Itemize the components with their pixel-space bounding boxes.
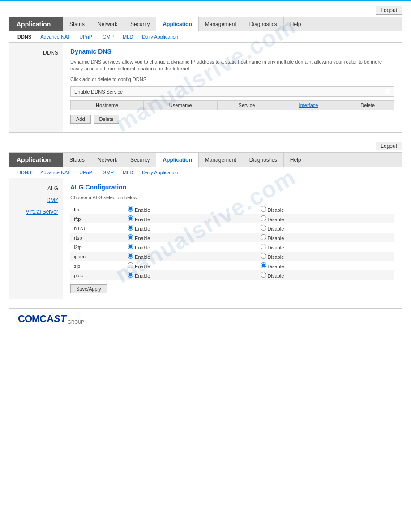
alg-enable-label: Enable	[133, 254, 150, 260]
subnav-igmp-2[interactable]: IGMP	[97, 168, 118, 177]
alg-enable-radio[interactable]	[128, 234, 133, 240]
alg-disable-radio[interactable]	[261, 215, 266, 221]
alg-enable-radio[interactable]	[128, 262, 133, 268]
th-delete: Delete	[341, 101, 394, 110]
sidebar-2: ALG DMZ Virtual Server	[9, 178, 63, 299]
logout-button-2[interactable]: Logout	[376, 142, 402, 150]
enable-label: Enable DDNS Service	[74, 89, 381, 94]
alg-disable-radio[interactable]	[261, 206, 266, 212]
alg-enable-label: Enable	[133, 226, 150, 232]
logout-row-1: Logout	[9, 6, 402, 15]
subnav-advnat-1[interactable]: Advance NAT	[36, 32, 75, 41]
alg-disable-td: Disable	[257, 233, 394, 242]
sidebar-ddns-1[interactable]: DDNS	[9, 47, 63, 59]
th-username: Username	[144, 101, 218, 110]
nav-application-1[interactable]: Application	[156, 17, 198, 31]
section-title-1: Dynamic DNS	[70, 48, 394, 55]
alg-disable-td: Disable	[257, 261, 394, 270]
subnav-dailyapp-1[interactable]: Daily Application	[137, 32, 183, 41]
nav-application-2[interactable]: Application	[156, 153, 198, 167]
nav-help-1[interactable]: Help	[284, 17, 308, 31]
add-button[interactable]: Add	[70, 115, 91, 124]
nav-security-2[interactable]: Security	[124, 153, 156, 167]
alg-enable-label: Enable	[133, 245, 150, 250]
sidebar-alg[interactable]: ALG	[9, 183, 63, 194]
subnav-ddns-2[interactable]: DDNS	[13, 168, 36, 177]
alg-disable-radio[interactable]	[261, 272, 266, 278]
subnav-mld-1[interactable]: MLD	[118, 32, 137, 41]
nav-network-1[interactable]: Network	[91, 17, 124, 31]
panel-2: manualsrive.com Application Status Netwo…	[9, 152, 402, 299]
alg-name: h323	[70, 223, 124, 233]
alg-enable-radio[interactable]	[128, 272, 133, 278]
alg-disable-label: Disable	[266, 226, 284, 232]
delete-button[interactable]: Delete	[94, 115, 120, 124]
comcast-logo-ca: CA	[39, 313, 54, 324]
alg-name: ipsec	[70, 252, 124, 261]
nav-diagnostics-1[interactable]: Diagnostics	[243, 17, 284, 31]
subnav-mld-2[interactable]: MLD	[118, 168, 137, 177]
enable-ddns-checkbox[interactable]	[385, 89, 390, 94]
alg-enable-radio[interactable]	[128, 253, 133, 259]
alg-disable-label: Disable	[266, 245, 284, 250]
main-content-2: ALG Configuration Choose a ALG selection…	[63, 178, 402, 299]
alg-enable-radio[interactable]	[128, 225, 133, 231]
alg-disable-td: Disable	[257, 214, 394, 223]
main-content-1: Dynamic DNS Dynamic DNS services allow y…	[63, 43, 402, 132]
alg-name: ftp	[70, 205, 124, 214]
alg-disable-radio[interactable]	[261, 225, 266, 231]
th-hostname: Hostname	[71, 101, 144, 110]
nav-security-1[interactable]: Security	[124, 17, 156, 31]
comcast-logo-text: COM	[18, 313, 39, 324]
sidebar-virtual-server[interactable]: Virtual Server	[9, 206, 63, 218]
ddns-table: Hostname Username Service Interface Dele…	[70, 100, 394, 110]
alg-enable-label: Enable	[133, 217, 150, 222]
sub-nav-2: DDNS Advance NAT UPnP IGMP MLD Daily App…	[9, 167, 402, 178]
nav-items-1: Status Network Security Application Mana…	[63, 17, 402, 31]
nav-bar-2: Application Status Network Security Appl…	[9, 153, 402, 167]
nav-network-2[interactable]: Network	[91, 153, 124, 167]
nav-status-2[interactable]: Status	[63, 153, 91, 167]
alg-disable-label: Disable	[266, 207, 284, 213]
subnav-advnat-2[interactable]: Advance NAT	[36, 168, 75, 177]
subnav-upnp-1[interactable]: UPnP	[75, 32, 97, 41]
alg-row: ftp Enable Disable	[70, 205, 394, 214]
nav-status-1[interactable]: Status	[63, 17, 91, 31]
alg-enable-label: Enable	[133, 273, 150, 279]
alg-enable-td: Enable	[124, 261, 257, 270]
alg-name: l2tp	[70, 242, 124, 252]
alg-disable-td: Disable	[257, 252, 394, 261]
alg-name: tftp	[70, 214, 124, 223]
alg-disable-radio[interactable]	[261, 262, 266, 268]
alg-enable-radio[interactable]	[128, 206, 133, 212]
alg-disable-td: Disable	[257, 270, 394, 280]
alg-disable-radio[interactable]	[261, 234, 266, 240]
nav-management-1[interactable]: Management	[199, 17, 243, 31]
subnav-ddns-1[interactable]: DDNS	[13, 32, 36, 41]
nav-management-2[interactable]: Management	[199, 153, 243, 167]
alg-enable-radio[interactable]	[128, 215, 133, 221]
logout-row-2: Logout	[9, 142, 402, 150]
alg-enable-td: Enable	[124, 205, 257, 214]
save-apply-button[interactable]: Save/Apply	[70, 284, 107, 293]
subnav-dailyapp-2[interactable]: Daily Application	[137, 168, 183, 177]
enable-row: Enable DDNS Service	[70, 86, 394, 97]
alg-disable-radio[interactable]	[261, 253, 266, 259]
alg-enable-label: Enable	[133, 236, 150, 241]
nav-diagnostics-2[interactable]: Diagnostics	[243, 153, 284, 167]
nav-brand-1: Application	[9, 17, 63, 31]
nav-help-2[interactable]: Help	[284, 153, 308, 167]
alg-enable-radio[interactable]	[128, 244, 133, 249]
alg-disable-radio[interactable]	[261, 244, 266, 249]
ddns-btn-row: Add Delete	[70, 115, 394, 124]
alg-row: rtsp Enable Disable	[70, 233, 394, 242]
sidebar-dmz[interactable]: DMZ	[9, 194, 63, 206]
alg-enable-td: Enable	[124, 214, 257, 223]
subnav-igmp-1[interactable]: IGMP	[97, 32, 118, 41]
alg-enable-td: Enable	[124, 223, 257, 233]
subnav-upnp-2[interactable]: UPnP	[75, 168, 97, 177]
logout-button-1[interactable]: Logout	[376, 6, 402, 15]
page-wrapper: Logout manualsrive.com Application Statu…	[0, 1, 411, 334]
nav-bar-1: Application Status Network Security Appl…	[9, 17, 402, 31]
content-area-2: ALG DMZ Virtual Server ALG Configuration…	[9, 178, 402, 299]
